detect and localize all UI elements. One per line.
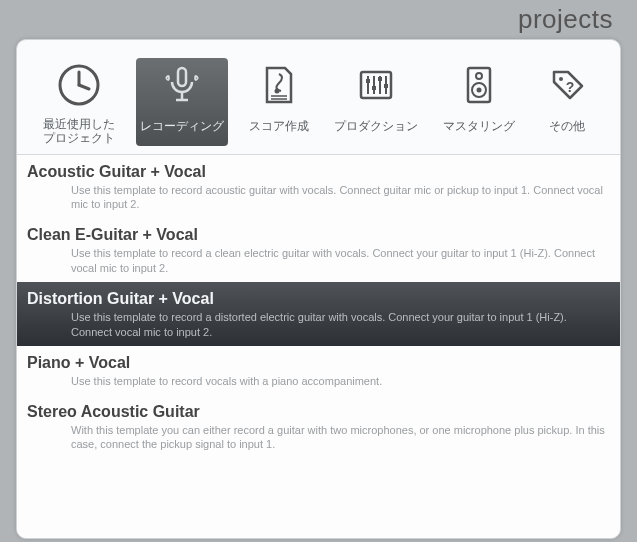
template-title: Acoustic Guitar + Vocal xyxy=(27,163,610,181)
tab-production[interactable]: プロダクション xyxy=(330,58,422,146)
tab-recording[interactable]: レコーディング xyxy=(136,58,228,146)
tab-label: その他 xyxy=(549,118,585,135)
tab-label: プロダクション xyxy=(334,118,418,135)
template-title: Stereo Acoustic Guitar xyxy=(27,403,610,421)
tab-label: マスタリング xyxy=(443,118,515,135)
clock-icon xyxy=(52,58,106,112)
svg-point-22 xyxy=(559,77,563,81)
svg-text:?: ? xyxy=(566,79,575,95)
tab-label: スコア作成 xyxy=(249,118,309,135)
sliders-icon xyxy=(349,58,403,112)
template-desc: With this template you can either record… xyxy=(71,423,610,453)
svg-rect-3 xyxy=(178,68,186,86)
tab-recent[interactable]: 最近使用した プロジェクト xyxy=(39,58,119,146)
template-title: Piano + Vocal xyxy=(27,354,610,372)
tab-other[interactable]: ? その他 xyxy=(536,58,598,146)
svg-point-21 xyxy=(477,88,482,93)
template-desc: Use this template to record a distorted … xyxy=(71,310,610,340)
template-desc: Use this template to record vocals with … xyxy=(71,374,610,389)
template-list: Acoustic Guitar + Vocal Use this templat… xyxy=(17,155,620,538)
template-desc: Use this template to record a clean elec… xyxy=(71,246,610,276)
template-item[interactable]: Stereo Acoustic Guitar With this templat… xyxy=(17,395,620,459)
microphone-icon xyxy=(155,58,209,112)
page-title: projects xyxy=(0,0,637,37)
tab-mastering[interactable]: マスタリング xyxy=(439,58,519,146)
sheet-music-icon xyxy=(252,58,306,112)
tag-question-icon: ? xyxy=(540,58,594,112)
template-title: Clean E-Guitar + Vocal xyxy=(27,226,610,244)
svg-line-2 xyxy=(79,85,89,89)
template-item[interactable]: Clean E-Guitar + Vocal Use this template… xyxy=(17,218,620,282)
svg-rect-14 xyxy=(366,79,370,83)
svg-rect-16 xyxy=(378,77,382,81)
template-title: Distortion Guitar + Vocal xyxy=(27,290,610,308)
tab-label: レコーディング xyxy=(140,118,224,135)
tab-score[interactable]: スコア作成 xyxy=(245,58,313,146)
svg-point-6 xyxy=(275,89,280,94)
speaker-icon xyxy=(452,58,506,112)
category-tabs: 最近使用した プロジェクト レコーディング xyxy=(17,40,620,155)
template-item[interactable]: Distortion Guitar + Vocal Use this templ… xyxy=(17,282,620,346)
svg-point-19 xyxy=(476,73,482,79)
svg-rect-15 xyxy=(372,86,376,90)
project-hub-panel: 最近使用した プロジェクト レコーディング xyxy=(16,39,621,539)
template-desc: Use this template to record acoustic gui… xyxy=(71,183,610,213)
template-item[interactable]: Piano + Vocal Use this template to recor… xyxy=(17,346,620,395)
tab-label: 最近使用した プロジェクト xyxy=(43,118,115,146)
svg-rect-17 xyxy=(384,84,388,88)
template-item[interactable]: Acoustic Guitar + Vocal Use this templat… xyxy=(17,155,620,219)
